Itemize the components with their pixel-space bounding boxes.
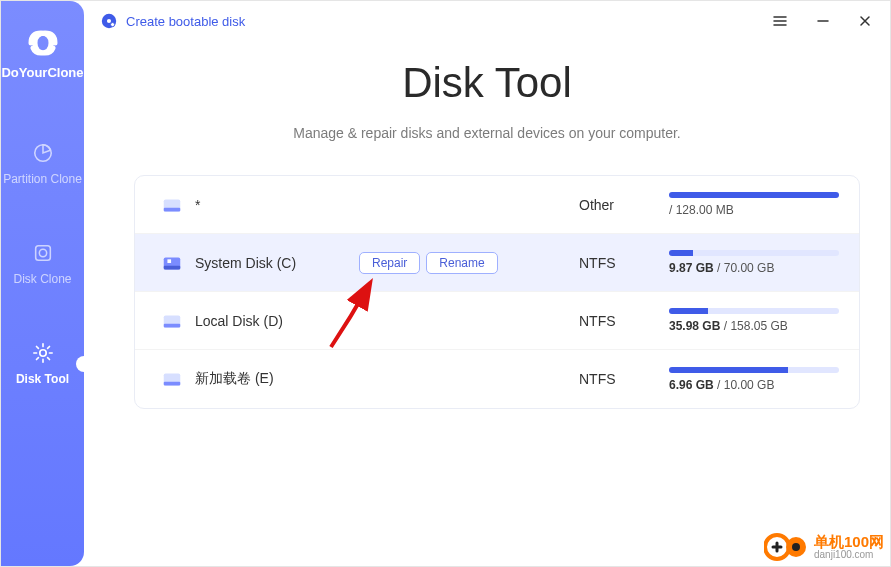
minimize-icon	[816, 14, 830, 28]
drive-icon	[161, 194, 183, 216]
disk-filesystem: NTFS	[579, 255, 669, 271]
menu-button[interactable]	[772, 13, 788, 29]
disk-name: *	[189, 197, 359, 213]
usage-bar	[669, 308, 708, 314]
disk-row[interactable]: 新加载卷 (E) NTFS 6.96 GB / 10.00 GB	[135, 350, 859, 408]
disk-name: 新加载卷 (E)	[189, 370, 359, 388]
piechart-icon	[32, 142, 54, 164]
main: Create bootable disk Disk Tool Manage & …	[84, 1, 890, 566]
brand: DoYourClone	[1, 29, 83, 80]
disk-usage: 35.98 GB / 158.05 GB	[669, 308, 839, 333]
usage-bar	[669, 250, 693, 256]
hamburger-icon	[772, 13, 788, 29]
drive-icon	[161, 310, 183, 332]
watermark-line2: danji100.com	[814, 550, 884, 561]
sidebar: DoYourClone Partition Clone Disk Clone	[1, 1, 84, 566]
page-title: Disk Tool	[84, 59, 890, 107]
usage-bar	[669, 367, 788, 373]
svg-rect-11	[167, 259, 171, 263]
window-controls	[772, 13, 872, 29]
disk-row[interactable]: System Disk (C) Repair Rename NTFS 9.87 …	[135, 234, 859, 292]
create-bootable-label: Create bootable disk	[126, 14, 245, 29]
watermark: 单机100网 danji100.com	[764, 530, 884, 564]
content: Disk Tool Manage & repair disks and exte…	[84, 41, 890, 566]
svg-rect-10	[164, 265, 181, 269]
page-subtitle: Manage & repair disks and external devic…	[84, 125, 890, 141]
nav: Partition Clone Disk Clone Disk Tool	[1, 128, 84, 428]
disk-usage: 6.96 GB / 10.00 GB	[669, 367, 839, 392]
disk-clone-icon	[32, 242, 54, 264]
disk-list: * Other / 128.00 MB	[134, 175, 860, 409]
disc-icon	[100, 12, 118, 30]
svg-rect-8	[164, 207, 181, 211]
svg-rect-13	[164, 323, 181, 327]
disk-usage: / 128.00 MB	[669, 192, 839, 217]
topbar: Create bootable disk	[84, 1, 890, 41]
repair-button[interactable]: Repair	[359, 252, 420, 274]
disk-usage: 9.87 GB / 70.00 GB	[669, 250, 839, 275]
disk-row[interactable]: * Other / 128.00 MB	[135, 176, 859, 234]
svg-point-5	[107, 19, 111, 23]
svg-point-6	[111, 23, 115, 27]
watermark-line1: 单机100网	[814, 534, 884, 550]
drive-icon	[161, 368, 183, 390]
nav-label: Disk Clone	[13, 272, 71, 286]
rename-button[interactable]: Rename	[426, 252, 497, 274]
nav-disk-clone[interactable]: Disk Clone	[1, 228, 84, 300]
nav-label: Partition Clone	[3, 172, 82, 186]
close-icon	[858, 14, 872, 28]
svg-point-18	[792, 543, 800, 551]
nav-partition-clone[interactable]: Partition Clone	[1, 128, 84, 200]
nav-disk-tool[interactable]: Disk Tool	[1, 328, 84, 400]
svg-rect-1	[35, 246, 50, 261]
minimize-button[interactable]	[816, 14, 830, 28]
system-drive-icon	[161, 252, 183, 274]
svg-point-2	[39, 249, 46, 256]
close-button[interactable]	[858, 14, 872, 28]
disk-filesystem: NTFS	[579, 313, 669, 329]
watermark-logo-icon	[764, 530, 808, 564]
disk-filesystem: Other	[579, 197, 669, 213]
nav-label: Disk Tool	[16, 372, 69, 386]
disk-filesystem: NTFS	[579, 371, 669, 387]
disk-name: System Disk (C)	[189, 255, 359, 271]
disk-name: Local Disk (D)	[189, 313, 359, 329]
gear-icon	[32, 342, 54, 364]
usage-bar	[669, 192, 839, 198]
svg-rect-15	[164, 382, 181, 386]
brand-name: DoYourClone	[1, 65, 83, 80]
svg-point-3	[39, 350, 45, 356]
disk-row[interactable]: Local Disk (D) NTFS 35.98 GB / 158.05 GB	[135, 292, 859, 350]
brand-logo-icon	[23, 29, 63, 57]
create-bootable-link[interactable]: Create bootable disk	[100, 12, 245, 30]
